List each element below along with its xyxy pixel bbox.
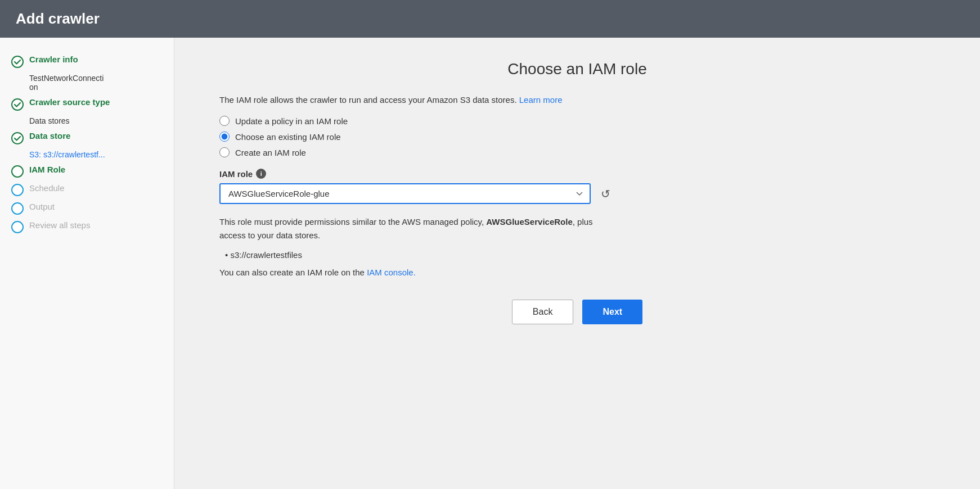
- bullet-item-s3: • s3://crawlertestfiles: [219, 250, 935, 260]
- sidebar-sub-crawler-source-type: Data stores: [11, 116, 163, 125]
- radio-option-choose-existing[interactable]: Choose an existing IAM role: [219, 132, 935, 142]
- radio-group-iam-options: Update a policy in an IAM role Choose an…: [219, 116, 935, 157]
- radio-option-create-new[interactable]: Create an IAM role: [219, 147, 935, 157]
- sidebar-label-crawler-info[interactable]: Crawler info: [29, 55, 78, 64]
- sidebar-label-data-store[interactable]: Data store: [29, 131, 70, 141]
- check-circle-icon-data-store: [11, 132, 24, 147]
- back-button[interactable]: Back: [512, 300, 574, 324]
- sidebar-item-review-all-steps[interactable]: Review all steps: [11, 220, 163, 233]
- radio-input-update-policy[interactable]: [219, 116, 230, 126]
- check-circle-icon-crawler-source-type: [11, 98, 24, 113]
- refresh-button[interactable]: ↺: [599, 185, 613, 203]
- radio-circle-iam-role: [11, 165, 24, 178]
- radio-label-create-new: Create an IAM role: [235, 148, 306, 157]
- iam-role-label: IAM role i: [219, 169, 935, 179]
- check-circle-icon-crawler-info: [11, 56, 24, 70]
- policy-name: AWSGlueServiceRole: [486, 217, 572, 227]
- sidebar-label-review-all-steps[interactable]: Review all steps: [29, 220, 90, 230]
- radio-circle-output: [11, 202, 24, 215]
- radio-input-create-new[interactable]: [219, 147, 230, 157]
- radio-label-update-policy: Update a policy in an IAM role: [235, 116, 348, 126]
- sidebar: Crawler info TestNetworkConnection Crawl…: [0, 38, 174, 489]
- iam-console-note: You can also create an IAM role on the I…: [219, 268, 613, 277]
- sidebar-section-review-all-steps: Review all steps: [11, 220, 163, 233]
- sidebar-label-crawler-source-type[interactable]: Crawler source type: [29, 97, 110, 107]
- learn-more-link[interactable]: Learn more: [519, 95, 563, 105]
- sidebar-label-iam-role[interactable]: IAM Role: [29, 165, 65, 174]
- iam-console-link[interactable]: IAM console.: [367, 268, 416, 277]
- sidebar-item-iam-role[interactable]: IAM Role: [11, 165, 163, 178]
- radio-circle-review-all-steps: [11, 221, 24, 233]
- page-header: Add crawler: [0, 0, 980, 38]
- sidebar-item-data-store[interactable]: Data store: [11, 131, 163, 147]
- svg-point-1: [12, 99, 23, 110]
- sidebar-item-crawler-source-type[interactable]: Crawler source type: [11, 97, 163, 113]
- sidebar-label-schedule[interactable]: Schedule: [29, 183, 65, 193]
- sidebar-section-iam-role: IAM Role: [11, 165, 163, 178]
- svg-point-2: [12, 133, 23, 144]
- sidebar-sub-crawler-info: TestNetworkConnection: [11, 74, 163, 92]
- content-title: Choose an IAM role: [219, 60, 935, 78]
- radio-label-choose-existing: Choose an existing IAM role: [235, 132, 341, 142]
- permission-note: This role must provide permissions simil…: [219, 215, 613, 242]
- info-icon[interactable]: i: [256, 169, 266, 179]
- sidebar-section-crawler-source-type: Crawler source type Data stores: [11, 97, 163, 125]
- iam-role-select[interactable]: AWSGlueServiceRole-glue: [219, 183, 591, 204]
- radio-circle-schedule: [11, 184, 24, 196]
- sidebar-label-output[interactable]: Output: [29, 202, 55, 211]
- footer-buttons: Back Next: [219, 300, 935, 324]
- sidebar-section-data-store: Data store S3: s3://crawlertestf...: [11, 131, 163, 159]
- sidebar-section-schedule: Schedule: [11, 183, 163, 196]
- main-layout: Crawler info TestNetworkConnection Crawl…: [0, 38, 980, 489]
- svg-point-0: [12, 56, 23, 67]
- content-area: Choose an IAM role The IAM role allows t…: [174, 38, 980, 489]
- sidebar-item-schedule[interactable]: Schedule: [11, 183, 163, 196]
- page-title: Add crawler: [16, 10, 100, 27]
- sidebar-item-crawler-info[interactable]: Crawler info: [11, 55, 163, 70]
- content-description: The IAM role allows the crawler to run a…: [219, 95, 613, 105]
- sidebar-sub-data-store[interactable]: S3: s3://crawlertestf...: [11, 150, 163, 159]
- next-button[interactable]: Next: [582, 300, 642, 324]
- select-row: AWSGlueServiceRole-glue ↺: [219, 183, 935, 204]
- radio-option-update-policy[interactable]: Update a policy in an IAM role: [219, 116, 935, 126]
- sidebar-section-crawler-info: Crawler info TestNetworkConnection: [11, 55, 163, 92]
- sidebar-section-output: Output: [11, 202, 163, 215]
- sidebar-item-output[interactable]: Output: [11, 202, 163, 215]
- radio-input-choose-existing[interactable]: [219, 132, 230, 142]
